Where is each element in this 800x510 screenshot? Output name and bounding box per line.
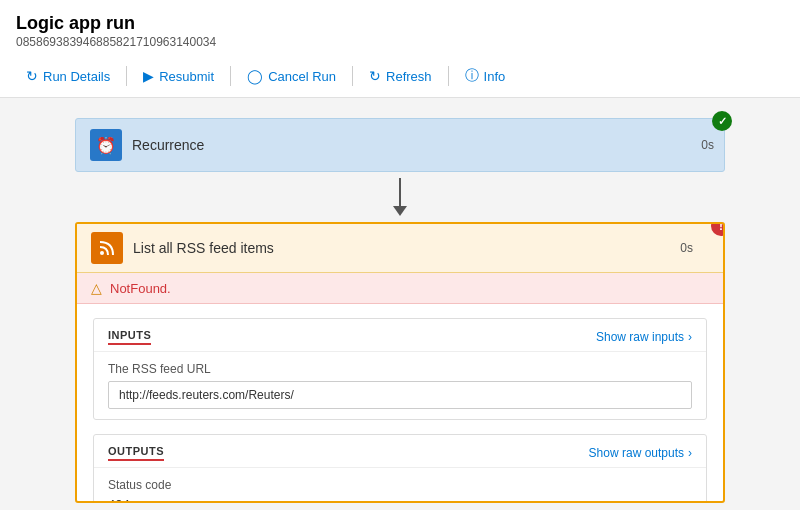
show-raw-outputs-link[interactable]: Show raw outputs › xyxy=(589,446,692,460)
recurrence-label: Recurrence xyxy=(132,137,204,153)
toolbar-separator-3 xyxy=(352,66,353,86)
warning-icon: △ xyxy=(91,280,102,296)
status-code-value: 404 xyxy=(108,497,692,503)
connector-arrow xyxy=(393,178,407,216)
refresh-button[interactable]: ↻ Refresh xyxy=(359,64,442,88)
rss-icon xyxy=(91,232,123,264)
run-id: 085869383946885821710963140034 xyxy=(16,35,784,49)
resubmit-button[interactable]: ▶ Resubmit xyxy=(133,64,224,88)
outputs-title: OUTPUTS xyxy=(108,445,164,461)
outputs-header: OUTPUTS Show raw outputs › xyxy=(94,435,706,468)
recurrence-duration: 0s xyxy=(701,138,714,152)
svg-point-0 xyxy=(100,251,104,255)
toolbar: ↻ Run Details ▶ Resubmit ◯ Cancel Run ↻ … xyxy=(16,57,784,97)
error-message: NotFound. xyxy=(110,281,171,296)
step-details-body: INPUTS Show raw inputs › The RSS feed UR… xyxy=(77,304,723,503)
main-content: ⏰ Recurrence 0s ✓ List all RSS feed xyxy=(0,98,800,510)
recurrence-block[interactable]: ⏰ Recurrence 0s ✓ xyxy=(75,118,725,172)
page-title: Logic app run xyxy=(16,12,784,35)
inputs-content: The RSS feed URL http://feeds.reuters.co… xyxy=(94,352,706,419)
feed-url-value: http://feeds.reuters.com/Reuters/ xyxy=(108,381,692,409)
resubmit-icon: ▶ xyxy=(143,68,154,84)
toolbar-separator-1 xyxy=(126,66,127,86)
recurrence-inner: ⏰ Recurrence xyxy=(76,119,701,171)
arrow-head xyxy=(393,206,407,216)
info-button[interactable]: ⓘ Info xyxy=(455,63,516,89)
show-raw-inputs-link[interactable]: Show raw inputs › xyxy=(596,330,692,344)
arrow-line xyxy=(399,178,401,206)
outputs-section: OUTPUTS Show raw outputs › Status code 4… xyxy=(93,434,707,503)
rss-step-header: List all RSS feed items 0s ! xyxy=(77,224,723,273)
run-details-icon: ↻ xyxy=(26,68,38,84)
rss-header-left: List all RSS feed items xyxy=(91,232,274,264)
chevron-right-outputs-icon: › xyxy=(688,446,692,460)
recurrence-icon: ⏰ xyxy=(90,129,122,161)
rss-step-duration: 0s xyxy=(680,241,693,255)
chevron-right-icon: › xyxy=(688,330,692,344)
status-code-label: Status code xyxy=(108,478,692,492)
refresh-icon: ↻ xyxy=(369,68,381,84)
success-badge: ✓ xyxy=(712,111,732,131)
info-icon: ⓘ xyxy=(465,67,479,85)
cancel-run-button[interactable]: ◯ Cancel Run xyxy=(237,64,346,88)
rss-step-block[interactable]: List all RSS feed items 0s ! △ NotFound.… xyxy=(75,222,725,503)
error-badge: ! xyxy=(711,222,725,236)
outputs-content: Status code 404 xyxy=(94,468,706,503)
rss-step-title: List all RSS feed items xyxy=(133,240,274,256)
run-details-button[interactable]: ↻ Run Details xyxy=(16,64,120,88)
page-header: Logic app run 08586938394688582171096314… xyxy=(0,0,800,98)
inputs-header: INPUTS Show raw inputs › xyxy=(94,319,706,352)
inputs-title: INPUTS xyxy=(108,329,151,345)
toolbar-separator-2 xyxy=(230,66,231,86)
inputs-section: INPUTS Show raw inputs › The RSS feed UR… xyxy=(93,318,707,420)
feed-url-label: The RSS feed URL xyxy=(108,362,692,376)
toolbar-separator-4 xyxy=(448,66,449,86)
cancel-run-icon: ◯ xyxy=(247,68,263,84)
error-row: △ NotFound. xyxy=(77,273,723,304)
